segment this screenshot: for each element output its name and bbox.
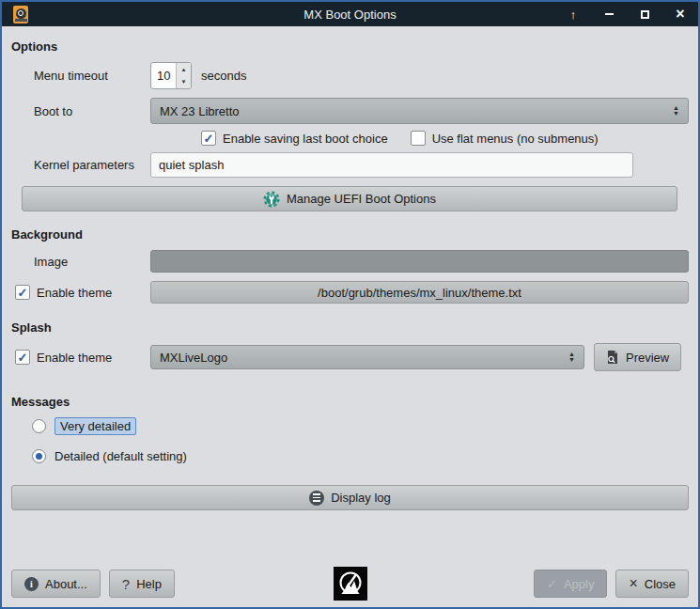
messages-heading: Messages — [11, 395, 689, 409]
splash-enable-theme-option[interactable]: ✓ Enable theme — [11, 350, 150, 365]
kernel-params-row: Kernel parameters — [11, 152, 689, 178]
close-button[interactable]: × Close — [615, 570, 689, 598]
background-enable-theme-label[interactable]: Enable theme — [37, 286, 112, 300]
spin-up-icon[interactable]: ▲ — [177, 63, 191, 76]
splash-heading: Splash — [11, 320, 689, 335]
mx-linux-logo — [334, 567, 367, 601]
flat-menus-label[interactable]: Use flat menus (no submenus) — [432, 132, 599, 146]
apply-button[interactable]: ✓ Apply — [534, 570, 607, 598]
preview-label: Preview — [626, 351, 669, 365]
detailed-radio[interactable] — [32, 449, 46, 463]
detailed-label[interactable]: Detailed (default setting) — [54, 449, 187, 463]
manage-uefi-button[interactable]: Manage UEFI Boot Options — [22, 186, 677, 211]
display-log-label: Display log — [331, 491, 391, 505]
footer-bar: i About... ? Help ✓ Apply × — [11, 570, 689, 598]
menu-timeout-spinner[interactable]: ▲ ▼ — [150, 62, 192, 89]
boot-to-value: MX 23 Libretto — [160, 104, 240, 118]
background-heading: Background — [11, 227, 689, 242]
check-icon: ✓ — [18, 351, 28, 364]
kernel-params-input[interactable] — [150, 152, 633, 178]
minimize-icon[interactable] — [602, 8, 615, 21]
titlebar: MX Boot Options ↑ × — [2, 2, 698, 26]
detailed-option[interactable]: Detailed (default setting) — [32, 449, 689, 463]
help-button[interactable]: ? Help — [109, 570, 175, 598]
info-icon: i — [24, 577, 39, 591]
save-last-boot-label[interactable]: Enable saving last boot choice — [223, 132, 388, 146]
very-detailed-option[interactable]: Very detailed — [32, 417, 689, 435]
about-label: About... — [45, 577, 87, 591]
background-theme-checkbox[interactable]: ✓ — [15, 285, 30, 300]
image-field[interactable] — [150, 250, 689, 273]
flat-menus-option[interactable]: ✓ Use flat menus (no submenus) — [411, 131, 599, 146]
shade-icon[interactable]: ↑ — [567, 8, 580, 21]
preview-document-icon — [606, 350, 619, 365]
about-button[interactable]: i About... — [11, 570, 101, 598]
maximize-icon[interactable] — [638, 8, 651, 21]
close-x-icon: × — [629, 578, 637, 589]
splash-theme-value: MXLiveLogo — [160, 351, 227, 365]
very-detailed-label[interactable]: Very detailed — [54, 417, 136, 435]
save-last-boot-checkbox[interactable]: ✓ — [201, 131, 216, 146]
check-icon: ✓ — [18, 287, 28, 299]
background-enable-theme-option[interactable]: ✓ Enable theme — [11, 285, 150, 300]
splash-theme-row: ✓ Enable theme MXLiveLogo ▲▼ Preview — [11, 343, 689, 371]
background-theme-path-field[interactable]: /boot/grub/themes/mx_linux/theme.txt — [150, 281, 689, 304]
background-image-row: Image — [11, 250, 689, 273]
close-icon[interactable]: × — [674, 8, 687, 21]
window-controls: ↑ × — [567, 8, 687, 21]
theme-path-value: /boot/grub/themes/mx_linux/theme.txt — [318, 286, 521, 300]
options-heading: Options — [11, 39, 689, 54]
spin-down-icon[interactable]: ▼ — [177, 76, 191, 89]
menu-timeout-input[interactable] — [151, 63, 176, 88]
uefi-gear-wrench-icon — [263, 191, 280, 208]
splash-enable-theme-label[interactable]: Enable theme — [37, 351, 112, 365]
check-icon: ✓ — [204, 133, 214, 145]
manage-uefi-label: Manage UEFI Boot Options — [287, 192, 436, 206]
save-last-boot-option[interactable]: ✓ Enable saving last boot choice — [201, 131, 388, 146]
help-label: Help — [136, 577, 162, 591]
preview-button[interactable]: Preview — [594, 343, 681, 371]
mx-boot-options-window: MX Boot Options ↑ × Options Menu timeout… — [0, 0, 700, 609]
background-theme-row: ✓ Enable theme /boot/grub/themes/mx_linu… — [11, 281, 689, 304]
seconds-label: seconds — [201, 69, 246, 83]
boot-to-select[interactable]: MX 23 Libretto ▲▼ — [150, 98, 689, 124]
apply-check-icon: ✓ — [547, 577, 557, 591]
flat-menus-checkbox[interactable]: ✓ — [411, 131, 426, 146]
menu-timeout-label: Menu timeout — [11, 69, 150, 83]
boot-to-row: Boot to MX 23 Libretto ▲▼ — [11, 98, 689, 124]
apply-label: Apply — [564, 577, 595, 591]
combo-arrows-icon: ▲▼ — [673, 99, 679, 123]
image-label: Image — [11, 255, 150, 269]
display-log-button[interactable]: Display log — [11, 485, 689, 510]
boot-options-checkbox-row: ✓ Enable saving last boot choice ✓ Use f… — [201, 131, 689, 146]
kernel-params-label: Kernel parameters — [11, 158, 150, 172]
splash-theme-select[interactable]: MXLiveLogo ▲▼ — [150, 345, 584, 369]
splash-theme-checkbox[interactable]: ✓ — [15, 350, 30, 365]
very-detailed-radio[interactable] — [32, 419, 46, 433]
log-list-icon — [309, 491, 324, 506]
content-area: Options Menu timeout ▲ ▼ seconds Boot to… — [2, 26, 698, 607]
boot-to-label: Boot to — [11, 104, 150, 118]
combo-arrows-icon: ▲▼ — [568, 346, 575, 368]
menu-timeout-row: Menu timeout ▲ ▼ seconds — [11, 62, 689, 89]
question-icon: ? — [122, 576, 130, 592]
close-label: Close — [645, 577, 676, 591]
